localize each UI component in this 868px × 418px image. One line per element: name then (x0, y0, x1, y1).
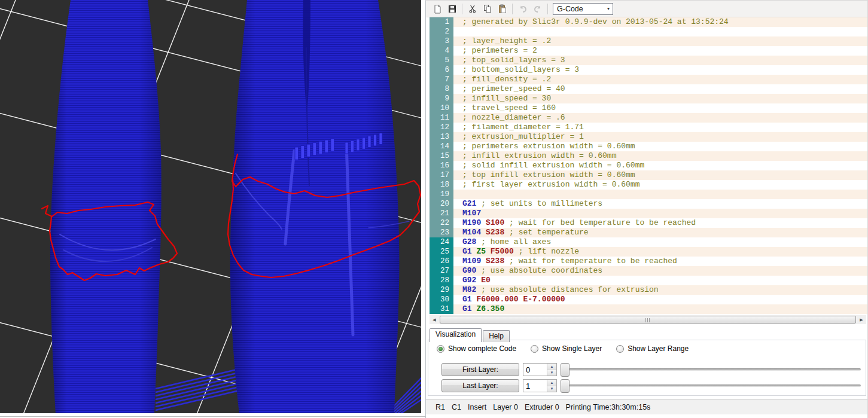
bridge-fin (325, 140, 328, 152)
radio-label: Show Single Layer (542, 344, 602, 353)
line-number: 4 (430, 46, 453, 56)
new-file-button[interactable] (430, 2, 444, 16)
undo-button[interactable] (515, 2, 530, 16)
first-layer-up-arrow[interactable]: ▲ (547, 364, 556, 370)
radio-option-2[interactable]: Show Layer Range (616, 344, 689, 353)
code-line[interactable]: 2 (430, 27, 867, 36)
radio-option-1[interactable]: Show Single Layer (531, 344, 602, 353)
code-line[interactable]: 15; infill extrusion width = 0.60mm (430, 151, 867, 161)
line-number: 27 (430, 266, 453, 276)
code-text: M107 (453, 209, 867, 218)
line-number: 22 (430, 218, 453, 228)
code-line[interactable]: 6; bottom_solid_layers = 3 (430, 65, 867, 75)
bridge-fin (345, 142, 348, 154)
first-layer-down-arrow[interactable]: ▼ (547, 370, 556, 376)
code-text: G90 ; use absolute coordinates (453, 266, 867, 276)
3d-preview-viewport[interactable] (0, 0, 421, 413)
code-line[interactable]: 9; infill_speed = 30 (430, 94, 867, 103)
code-text: G1 F6000.000 E-7.00000 (453, 295, 867, 304)
last-layer-slider[interactable] (561, 379, 862, 392)
code-line[interactable]: 4; perimeters = 2 (430, 46, 867, 56)
last-layer-button[interactable]: Last Layer: (441, 379, 519, 392)
save-button[interactable] (444, 2, 459, 16)
radio-unselected-icon[interactable] (616, 345, 624, 353)
last-layer-stepper: ▲ ▼ (523, 379, 557, 392)
code-line[interactable]: 1; generated by Slic3r 0.9.9-dev on 2013… (430, 17, 867, 27)
status-bar: R1C1InsertLayer 0Extruder 0Printing Time… (426, 399, 867, 414)
tab-visualization[interactable]: Visualization (430, 328, 482, 342)
code-text: ; bottom_solid_layers = 3 (453, 65, 867, 75)
code-line[interactable]: 12; filament_diameter = 1.71 (430, 123, 867, 132)
code-line[interactable]: 3; layer_height = .2 (430, 36, 867, 46)
code-line[interactable]: 24G28 ; home all axes (430, 237, 867, 247)
slider-track[interactable] (569, 385, 861, 387)
gcode-editor[interactable]: 1; generated by Slic3r 0.9.9-dev on 2013… (426, 17, 867, 314)
code-text: ; fill_density = .2 (453, 75, 867, 84)
code-line[interactable]: 17; top infill extrusion width = 0.60mm (430, 170, 867, 180)
code-line[interactable]: 10; travel_speed = 160 (430, 103, 867, 113)
code-line[interactable]: 23M104 S238 ; set temperature (430, 228, 867, 237)
code-line[interactable]: 18; first layer extrusion width = 0.60mm (430, 180, 867, 190)
code-text: ; generated by Slic3r 0.9.9-dev on 2013-… (453, 17, 867, 27)
line-number: 8 (430, 84, 453, 94)
line-number: 9 (430, 94, 453, 103)
first-layer-slider[interactable] (561, 363, 862, 376)
last-layer-up-arrow[interactable]: ▲ (547, 380, 556, 386)
status-item: Printing Time:3h:30m:15s (566, 403, 651, 411)
redo-button[interactable] (530, 2, 545, 16)
bridge-fin (357, 139, 360, 151)
code-line[interactable]: 14; perimeters extrusion width = 0.60mm (430, 142, 867, 151)
code-line[interactable]: 8; perimeter_speed = 40 (430, 84, 867, 94)
paste-button[interactable] (495, 2, 510, 16)
undo-arrow-icon (518, 4, 528, 14)
scroll-right-button[interactable]: ▶ (857, 315, 866, 324)
code-line[interactable]: 11; nozzle_diameter = .6 (430, 113, 867, 123)
code-line[interactable]: 30G1 F6000.000 E-7.00000 (430, 295, 867, 304)
code-type-select[interactable]: G-Code ▾ (553, 3, 613, 15)
code-line[interactable]: 27G90 ; use absolute coordinates (430, 266, 867, 276)
tab-help[interactable]: Help (483, 330, 510, 342)
line-number: 19 (430, 190, 453, 199)
code-line[interactable]: 13; extrusion_multiplier = 1 (430, 132, 867, 142)
gcode-editor-panel: G-Code ▾ 1; generated by Slic3r 0.9.9-de… (425, 0, 868, 418)
status-item: R1 (435, 403, 445, 411)
code-line[interactable]: 25G1 Z5 F5000 ; lift nozzle (430, 247, 867, 257)
horizontal-scrollbar[interactable]: ◀ ▶ (430, 315, 866, 324)
first-layer-input[interactable] (523, 364, 547, 376)
code-line[interactable]: 31G1 Z6.350 (430, 304, 867, 314)
radio-selected-icon[interactable] (437, 345, 444, 353)
radio-option-0[interactable]: Show complete Code (437, 344, 516, 353)
code-line[interactable]: 20G21 ; set units to millimeters (430, 199, 867, 209)
code-text: ; layer_height = .2 (453, 36, 867, 46)
first-layer-button[interactable]: First Layer: (441, 363, 519, 376)
scrollbar-track[interactable] (439, 315, 857, 324)
last-layer-slider-thumb[interactable] (561, 379, 569, 393)
code-line[interactable]: 19 (430, 190, 867, 199)
code-text: ; travel_speed = 160 (453, 103, 867, 113)
code-line[interactable]: 22M190 S100 ; wait for bed temperature t… (430, 218, 867, 228)
code-line[interactable]: 5; top_solid_layers = 3 (430, 56, 867, 65)
copy-button[interactable] (480, 2, 495, 16)
code-line[interactable]: 21M107 (430, 209, 867, 218)
slider-track[interactable] (569, 368, 861, 371)
code-line[interactable]: 7; fill_density = .2 (430, 75, 867, 84)
last-layer-down-arrow[interactable]: ▼ (547, 386, 556, 392)
window-edge-line (0, 416, 425, 417)
scroll-left-button[interactable]: ◀ (430, 315, 439, 324)
code-line[interactable]: 26M109 S238 ; wait for temperature to be… (430, 257, 867, 266)
scrollbar-grip-icon (645, 318, 650, 322)
floppy-icon (447, 4, 457, 14)
tab-strip: Visualization Help (430, 328, 511, 340)
cut-button[interactable] (465, 2, 480, 16)
code-line[interactable]: 29M82 ; use absolute distances for extru… (430, 285, 867, 295)
line-number: 3 (430, 36, 453, 46)
radio-label: Show Layer Range (628, 344, 689, 353)
bridge-fin (379, 133, 382, 144)
code-line[interactable]: 16; solid infill extrusion width = 0.60m… (430, 161, 867, 170)
radio-unselected-icon[interactable] (531, 345, 538, 353)
last-layer-input[interactable] (523, 380, 547, 392)
first-layer-slider-thumb[interactable] (561, 363, 569, 377)
code-line[interactable]: 28G92 E0 (430, 276, 867, 285)
redo-arrow-icon (533, 4, 543, 14)
scrollbar-thumb[interactable] (440, 316, 856, 324)
